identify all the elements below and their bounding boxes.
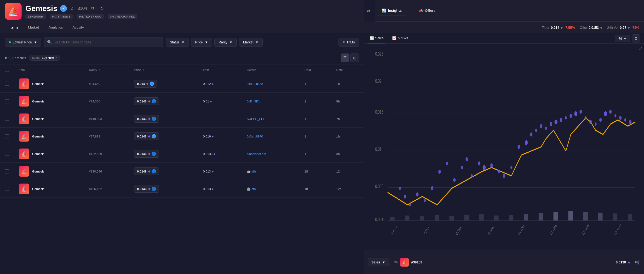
- meta-items: 94,757 ITEMS: [50, 14, 73, 19]
- nav-market[interactable]: Market: [23, 22, 44, 33]
- search-input[interactable]: [54, 40, 160, 44]
- meta-fee: 0% CREATOR FEE: [108, 14, 137, 19]
- svg-point-12: [399, 187, 401, 190]
- rarity-dropdown[interactable]: Rarity ▼: [214, 38, 236, 47]
- svg-text:0.02: 0.02: [375, 78, 382, 84]
- svg-text:13 Nov: 13 Nov: [614, 223, 622, 236]
- table-row: ⛵ Gemesis #122,539 0.0145 ◆ 🔵 0.0138◆ bl…: [0, 145, 364, 163]
- market-dropdown[interactable]: Market ▼: [239, 38, 263, 47]
- item-name: Gemesis: [32, 152, 44, 156]
- row-checkbox[interactable]: [5, 152, 9, 156]
- price-eth-icon: ◆: [146, 82, 148, 85]
- svg-text:7 Nov: 7 Nov: [423, 225, 430, 237]
- row-checkbox[interactable]: [5, 117, 9, 121]
- price-label: Price: [195, 40, 203, 44]
- svg-point-40: [570, 114, 572, 118]
- price-eth-icon: ◆: [148, 134, 150, 138]
- time-period-selector[interactable]: 7d ▼: [615, 35, 630, 42]
- row-checkbox[interactable]: [5, 169, 9, 174]
- items-table: Item Rarity ↑ Price ↑ Last Owner Held Da…: [0, 65, 364, 198]
- row-checkbox[interactable]: [5, 82, 9, 86]
- traits-label: Traits: [347, 40, 355, 44]
- price-dropdown[interactable]: Price ▼: [191, 38, 212, 47]
- copy-button[interactable]: ⧉: [90, 6, 96, 12]
- bottom-selector-arrow: ▼: [382, 260, 386, 264]
- results-count: 1,367 results: [5, 56, 26, 60]
- expand-chart-button[interactable]: ⤢: [638, 46, 642, 51]
- owner-address[interactable]: 🤖.eth: [247, 187, 256, 191]
- held-value: 18: [304, 170, 308, 173]
- floor-eth-icon: ◆: [560, 26, 563, 29]
- insights-tab[interactable]: 📊 Insights: [378, 6, 406, 16]
- svg-point-21: [461, 166, 463, 169]
- remove-filter-button[interactable]: ×: [55, 56, 57, 60]
- svg-point-15: [416, 192, 418, 197]
- bottom-item-thumb: ⛵: [400, 258, 409, 266]
- price-box[interactable]: 0.0148 ◆ 🔵: [134, 168, 159, 175]
- price-box[interactable]: 0.0143 ◆ 🔵: [134, 115, 159, 123]
- nav-items[interactable]: Items: [5, 22, 23, 33]
- sales-sub-tab[interactable]: 📊 Sales: [368, 33, 386, 43]
- owner-address[interactable]: SUPER_FLY: [247, 117, 265, 121]
- time-period-arrow: ▼: [624, 37, 626, 40]
- svg-point-37: [554, 119, 557, 124]
- svg-point-48: [609, 110, 612, 114]
- bottom-item-price: 0.0138 ◆: [616, 260, 630, 264]
- list-view-button[interactable]: ☰: [341, 54, 349, 62]
- favorite-icon[interactable]: ☆: [70, 5, 74, 12]
- owner-address[interactable]: 0xff...9f7b: [247, 100, 260, 103]
- meta-ethereum: ETHEREUM: [26, 14, 46, 19]
- item-header: Item: [14, 65, 84, 75]
- nav-activity[interactable]: Activity: [68, 22, 89, 33]
- last-price: —: [203, 117, 237, 121]
- held-value: 1: [304, 152, 306, 156]
- chart-area: ⤢ 0.025 0.02 0.015 0.01 0.005 0.0011: [364, 44, 644, 250]
- owner-address[interactable]: bloodisher.eth: [247, 152, 266, 156]
- price-header[interactable]: Price ↑: [129, 65, 198, 75]
- svg-point-30: [518, 145, 520, 149]
- refresh-button[interactable]: ↻: [99, 5, 105, 12]
- chart-settings-button[interactable]: ⚙: [632, 34, 640, 43]
- row-checkbox[interactable]: [5, 187, 9, 191]
- nav-analytics[interactable]: Analytics: [44, 22, 68, 33]
- table-row: ⛵ Gemesis #97,883 0.0143 ◆ 🔷 0.016◆ 0x3e…: [0, 128, 364, 145]
- market-sub-tab[interactable]: 📈 Market: [390, 33, 410, 43]
- price-box[interactable]: 0.0148 ◆ 🔵: [134, 185, 159, 193]
- select-all-header[interactable]: [0, 65, 14, 75]
- date-value: 7h: [336, 117, 340, 121]
- bottom-selector[interactable]: Sales ▼: [368, 258, 389, 266]
- item-name: Gemesis: [32, 187, 44, 191]
- panel-expand-icon[interactable]: ≫: [364, 8, 373, 14]
- row-checkbox[interactable]: [5, 134, 9, 139]
- price-value: 0.0145: [137, 152, 146, 156]
- price-box[interactable]: 0.014 ◆ 🔷: [134, 80, 158, 88]
- items-table-container: Item Rarity ↑ Price ↑ Last Owner Held Da…: [0, 65, 364, 274]
- offer-value: 0.0153: [589, 26, 599, 30]
- panel-bottom: Sales ▼ 3h ⛵ #39153 0.0138 ◆ 🛒: [364, 250, 644, 274]
- svg-point-50: [619, 116, 622, 120]
- last-price: 0.01◆: [203, 100, 237, 103]
- cart-button[interactable]: 🛒: [635, 260, 640, 265]
- sort-dropdown[interactable]: Lowest Price ▼: [5, 38, 41, 47]
- date-value: 12h: [336, 170, 342, 173]
- svg-point-52: [629, 120, 631, 124]
- traits-button[interactable]: ≡ Traits: [338, 38, 359, 47]
- price-box[interactable]: 0.0143 ◆ 🔷: [134, 132, 159, 140]
- owner-address[interactable]: 🤖.eth: [247, 170, 256, 173]
- owner-address[interactable]: 0x99...d1de: [247, 82, 263, 86]
- status-dropdown[interactable]: Status ▼: [166, 38, 189, 47]
- select-all-checkbox[interactable]: [5, 68, 9, 72]
- item-cell: ⛵ Gemesis: [19, 113, 79, 124]
- price-box[interactable]: 0.0145 ◆ 🔵: [134, 150, 159, 158]
- svg-point-19: [446, 162, 448, 165]
- held-value: 1: [304, 100, 306, 103]
- rarity-header[interactable]: Rarity ↑: [84, 65, 129, 75]
- svg-rect-60: [494, 215, 498, 220]
- content-area: Lowest Price ▼ 🔍 Status ▼ Price ▼ Rarity: [0, 33, 644, 274]
- row-checkbox[interactable]: [5, 99, 9, 103]
- grid-view-button[interactable]: ⊞: [350, 54, 359, 62]
- offer-eth-icon: ◆: [600, 26, 602, 29]
- owner-address[interactable]: 0x3e...8870: [247, 134, 263, 138]
- price-box[interactable]: 0.0143 ◆ 🔵: [134, 97, 159, 105]
- offers-tab[interactable]: 📣 Offers: [415, 6, 440, 16]
